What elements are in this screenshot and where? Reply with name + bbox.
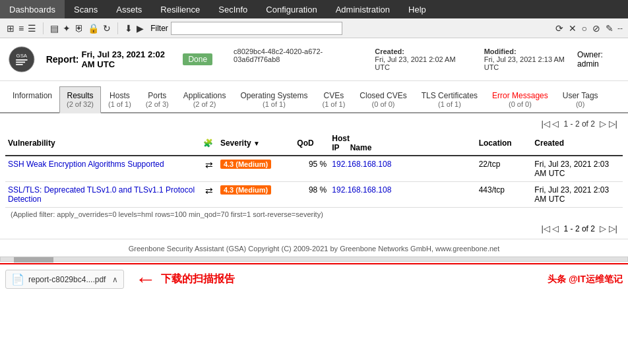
tab-ports[interactable]: Ports (2 of 3) [139, 86, 176, 112]
report-owner: Owner: admin [577, 50, 620, 69]
reload-icon[interactable]: ⟳ [554, 22, 565, 35]
tab-cves[interactable]: CVEs (1 of 1) [315, 86, 352, 112]
report-date: Fri, Jul 23, 2021 2:02 AM UTC [81, 49, 175, 69]
download-icon[interactable]: ⬇ [123, 22, 134, 35]
severity-2: 4.3 (Medium) [218, 182, 294, 208]
file-name: report-c8029bc4....pdf [28, 275, 106, 284]
host-name-1 [420, 156, 476, 182]
play-icon[interactable]: ▶ [135, 22, 145, 35]
nav-assets[interactable]: Assets [107, 0, 151, 18]
lock-icon[interactable]: 🔒 [86, 22, 100, 35]
last-page-btn-bottom[interactable]: ▷| [609, 224, 617, 233]
host-ip-link-2[interactable]: 192.168.168.108 [332, 185, 391, 195]
toolbar-sep-1 [43, 22, 44, 34]
prev-page-btn[interactable]: ◁ [552, 119, 559, 129]
th-location: Location [476, 131, 532, 156]
refresh-icon[interactable]: ↻ [102, 22, 112, 35]
pagination-bottom: |◁ ◁ 1 - 2 of 2 ▷ ▷| [5, 221, 623, 236]
svg-rect-3 [16, 61, 25, 63]
prev-page-btn-bottom[interactable]: ◁ [552, 224, 559, 233]
puzzle-icon: 🧩 [203, 138, 213, 148]
row-icon-1: ⇄ [201, 156, 217, 182]
report-status: Done [183, 53, 212, 65]
severity-1: 4.3 (Medium) [218, 156, 294, 182]
first-page-btn-bottom[interactable]: |◁ [541, 224, 550, 233]
host-ip-1: 192.168.168.108 [329, 156, 420, 182]
tab-hosts[interactable]: Hosts (1 of 1) [101, 86, 139, 112]
filter-input[interactable] [171, 22, 342, 35]
nav-configuration[interactable]: Configuration [257, 0, 326, 18]
nav-administration[interactable]: Administration [327, 0, 399, 18]
red-arrow-icon: ← [135, 267, 156, 291]
vuln-link-1[interactable]: SSH Weak Encryption Algorithms Supported [8, 160, 164, 169]
row-icon-2: ⇄ [201, 182, 217, 208]
sort-arrow: ▼ [253, 140, 260, 147]
nav-secinfo[interactable]: SecInfo [209, 0, 257, 18]
pdf-icon: 📄 [11, 273, 24, 286]
filter-icon[interactable]: ▤ [49, 22, 60, 35]
tabs-bar: Information Results (2 of 32) Hosts (1 o… [0, 86, 628, 113]
table-row: SSH Weak Encryption Algorithms Supported… [5, 156, 623, 182]
host-ip-2: 192.168.168.108 [329, 182, 420, 208]
th-icon: 🧩 [201, 131, 217, 156]
shield-icon[interactable]: ⛨ [73, 22, 85, 35]
host-name-2 [420, 182, 476, 208]
toolbar-sep-2 [117, 22, 118, 34]
transfer-icon-2: ⇄ [205, 185, 213, 196]
qod-2: 98 % [294, 182, 329, 208]
scroll-thumb[interactable] [14, 257, 53, 262]
list2-icon[interactable]: ☰ [26, 22, 38, 35]
tab-closed-cves[interactable]: Closed CVEs (0 of 0) [352, 86, 414, 112]
arrow-annotation: ← 下载的扫描报告 [135, 267, 235, 291]
report-modified: Fri, Jul 23, 2021 2:13 AM UTC [484, 55, 567, 71]
report-created-block: Created: Fri, Jul 23, 2021 2:02 AM UTC [375, 47, 457, 71]
watermark: 头条 @IT运维笔记 [548, 274, 623, 286]
footer: Greenbone Security Assistant (GSA) Copyr… [0, 239, 628, 255]
report-modified-block: Modified: Fri, Jul 23, 2021 2:13 AM UTC [484, 47, 567, 71]
next-page-btn-bottom[interactable]: ▷ [600, 224, 606, 233]
th-vulnerability: Vulnerability [5, 131, 201, 156]
tab-tls-certificates[interactable]: TLS Certificates (1 of 1) [414, 86, 485, 112]
toolbar: ⊞ ≡ ☰ ▤ ✦ ⛨ 🔒 ↻ ⬇ ▶ Filter ⟳ ✕ ○ ⊘ ✎ -- [0, 18, 628, 38]
close-icon[interactable]: ✕ [567, 22, 578, 35]
th-qod: QoD [294, 131, 329, 156]
tab-applications[interactable]: Applications (2 of 2) [176, 86, 234, 112]
owner-label: Owner: [577, 50, 603, 59]
scrollbar[interactable] [0, 257, 628, 262]
circle-icon[interactable]: ○ [581, 22, 588, 35]
download-file-button[interactable]: 📄 report-c8029bc4....pdf ∧ [5, 270, 124, 289]
dashboard-icon[interactable]: ⊞ [5, 22, 16, 35]
next-page-btn[interactable]: ▷ [600, 119, 606, 129]
list-icon[interactable]: ≡ [17, 22, 25, 35]
vuln-name-2: SSL/TLS: Deprecated TLSv1.0 and TLSv1.1 … [5, 182, 201, 208]
star-icon[interactable]: ✦ [61, 22, 72, 35]
location-1: 22/tcp [476, 156, 532, 182]
created-2: Fri, Jul 23, 2021 2:03 AM UTC [532, 182, 623, 208]
location-2: 443/tcp [476, 182, 532, 208]
severity-badge-2: 4.3 (Medium) [220, 185, 271, 195]
transfer-icon-1: ⇄ [205, 160, 213, 170]
report-label: Report: [46, 54, 79, 65]
filter-label: Filter [150, 24, 168, 33]
chevron-down-icon[interactable]: ∧ [112, 275, 118, 284]
filter-applied: (Applied filter: apply_overrides=0 level… [5, 208, 623, 221]
last-page-btn[interactable]: ▷| [609, 119, 617, 129]
vuln-link-2[interactable]: SSL/TLS: Deprecated TLSv1.0 and TLSv1.1 … [8, 185, 195, 204]
first-page-btn[interactable]: |◁ [541, 119, 550, 129]
nav-scans[interactable]: Scans [65, 0, 107, 18]
tab-results[interactable]: Results (2 of 32) [59, 86, 101, 113]
nav-resilience[interactable]: Resilience [151, 0, 209, 18]
tab-error-messages[interactable]: Error Messages (0 of 0) [485, 86, 555, 112]
help-circle-icon[interactable]: ⊘ [591, 22, 602, 35]
nav-dashboards[interactable]: Dashboards [0, 0, 65, 18]
results-table: Vulnerability 🧩 Severity ▼ QoD Host IP N… [5, 131, 623, 208]
tab-information[interactable]: Information [5, 86, 59, 112]
tab-operating-systems[interactable]: Operating Systems (1 of 1) [233, 86, 315, 112]
report-modified-label: Modified: [484, 47, 567, 55]
bottom-bar: 📄 report-c8029bc4....pdf ∧ ← 下载的扫描报告 头条 … [0, 263, 628, 294]
edit-icon[interactable]: ✎ [604, 22, 615, 35]
th-severity[interactable]: Severity ▼ [218, 131, 294, 156]
nav-help[interactable]: Help [399, 0, 435, 18]
tab-user-tags[interactable]: User Tags (0) [555, 86, 606, 112]
host-ip-link-1[interactable]: 192.168.168.108 [332, 160, 391, 169]
